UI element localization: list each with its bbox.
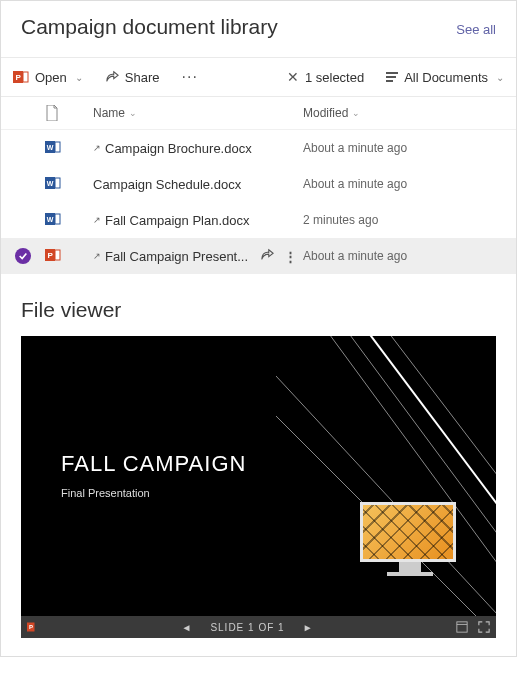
file-name: Campaign Brochure.docx: [105, 141, 252, 156]
chevron-down-icon: ⌄: [352, 108, 360, 118]
svg-rect-5: [55, 142, 60, 152]
view-selector-button[interactable]: All Documents ⌄: [378, 66, 512, 89]
table-row[interactable]: W↗Fall Campaign Plan.docx2 minutes ago: [1, 202, 516, 238]
table-row[interactable]: P↗Fall Campaign Present...⋮About a minut…: [1, 238, 516, 274]
chevron-down-icon: ⌄: [496, 72, 504, 83]
doctype-column-icon[interactable]: [45, 105, 59, 121]
shared-indicator-icon: ↗: [93, 143, 101, 153]
column-header-row: Name ⌄ Modified ⌄: [1, 97, 516, 130]
table-row[interactable]: WCampaign Schedule.docxAbout a minute ag…: [1, 166, 516, 202]
share-row-button[interactable]: [260, 248, 274, 265]
file-modified: About a minute ago: [303, 141, 407, 155]
open-button[interactable]: P Open ⌄: [5, 65, 91, 89]
word-icon: W: [45, 139, 61, 158]
slide-title: FALL CAMPAIGN: [61, 451, 246, 477]
svg-text:P: P: [16, 73, 22, 82]
share-icon: [105, 70, 119, 84]
svg-line-19: [276, 376, 496, 616]
library-title: Campaign document library: [21, 15, 278, 39]
svg-rect-8: [55, 178, 60, 188]
svg-rect-2: [23, 72, 28, 82]
file-modified: 2 minutes ago: [303, 213, 378, 227]
powerpoint-icon: P: [13, 69, 29, 85]
name-column-header[interactable]: Name ⌄: [93, 106, 303, 120]
file-modified: About a minute ago: [303, 249, 407, 263]
word-icon: W: [45, 175, 61, 194]
svg-text:W: W: [47, 180, 54, 187]
svg-text:P: P: [48, 251, 54, 260]
svg-text:P: P: [29, 624, 33, 630]
shared-indicator-icon: ↗: [93, 251, 101, 261]
fullscreen-button[interactable]: [478, 621, 490, 633]
svg-rect-14: [55, 250, 60, 260]
powerpoint-icon: P: [45, 247, 61, 266]
prev-slide-button[interactable]: ◄: [181, 622, 192, 633]
modified-column-header[interactable]: Modified ⌄: [303, 106, 360, 120]
chevron-down-icon: ⌄: [75, 72, 83, 83]
svg-line-18: [376, 336, 496, 526]
selected-check-icon[interactable]: [15, 248, 31, 264]
slide-preview[interactable]: FALL CAMPAIGN Final Presentation: [21, 336, 496, 616]
file-name: Fall Campaign Present...: [105, 249, 248, 264]
share-button[interactable]: Share: [97, 66, 168, 89]
svg-text:W: W: [47, 144, 54, 151]
chevron-down-icon: ⌄: [129, 108, 137, 118]
file-name: Fall Campaign Plan.docx: [105, 213, 250, 228]
word-icon: W: [45, 211, 61, 230]
svg-rect-23: [457, 622, 467, 632]
next-slide-button[interactable]: ►: [303, 622, 314, 633]
table-row[interactable]: W↗Campaign Brochure.docxAbout a minute a…: [1, 130, 516, 166]
slide-subtitle: Final Presentation: [61, 487, 246, 499]
close-icon: ✕: [287, 69, 299, 85]
file-viewer: FALL CAMPAIGN Final Presentation P ◄ SLI…: [21, 336, 496, 638]
more-actions-button[interactable]: ···: [174, 64, 206, 90]
file-viewer-title: File viewer: [1, 274, 516, 336]
shared-indicator-icon: ↗: [93, 215, 101, 225]
row-more-button[interactable]: ⋮: [284, 249, 297, 264]
file-modified: About a minute ago: [303, 177, 407, 191]
view-mode-button[interactable]: [456, 621, 468, 633]
viewer-statusbar: P ◄ SLIDE 1 OF 1 ►: [21, 616, 496, 638]
library-toolbar: P Open ⌄ Share ··· ✕ 1 selected All Docu…: [1, 57, 516, 97]
powerpoint-icon: P: [27, 621, 39, 633]
slide-status: SLIDE 1 OF 1: [210, 622, 284, 633]
svg-text:W: W: [47, 216, 54, 223]
clear-selection-button[interactable]: ✕ 1 selected: [279, 65, 372, 89]
file-name: Campaign Schedule.docx: [93, 177, 241, 192]
slide-image: [360, 502, 460, 576]
list-view-icon: [386, 72, 398, 82]
see-all-link[interactable]: See all: [456, 22, 496, 37]
svg-rect-11: [55, 214, 60, 224]
